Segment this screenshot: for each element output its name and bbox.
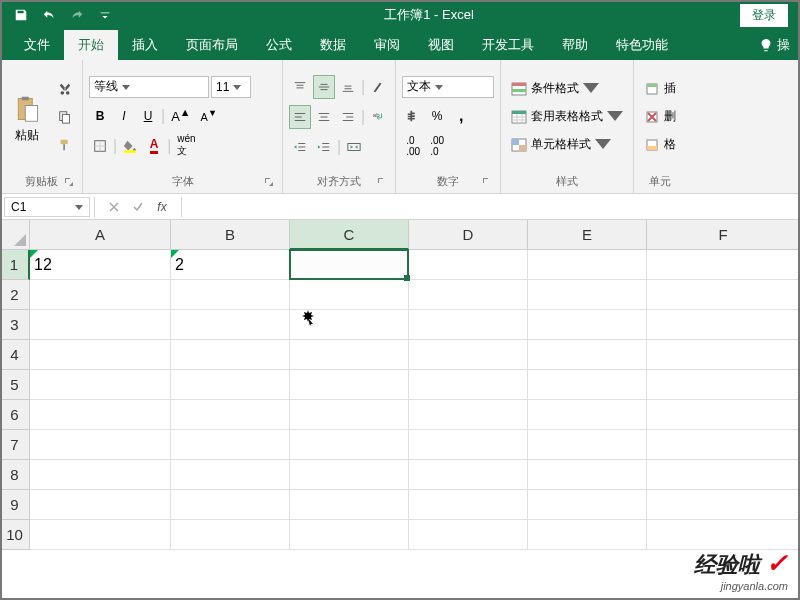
formula-cancel-button[interactable] bbox=[103, 196, 125, 218]
percent-button[interactable]: % bbox=[426, 104, 448, 128]
cell-D5[interactable] bbox=[409, 370, 528, 400]
row-header-2[interactable]: 2 bbox=[0, 280, 30, 310]
cell-E2[interactable] bbox=[528, 280, 647, 310]
cell-F6[interactable] bbox=[647, 400, 800, 430]
cell-F5[interactable] bbox=[647, 370, 800, 400]
tab-developer[interactable]: 开发工具 bbox=[468, 30, 548, 60]
cell-E9[interactable] bbox=[528, 490, 647, 520]
cell-C10[interactable] bbox=[290, 520, 409, 550]
row-header-3[interactable]: 3 bbox=[0, 310, 30, 340]
currency-button[interactable] bbox=[402, 104, 424, 128]
cell-D1[interactable] bbox=[409, 250, 528, 280]
row-header-4[interactable]: 4 bbox=[0, 340, 30, 370]
cell-E1[interactable] bbox=[528, 250, 647, 280]
tab-help[interactable]: 帮助 bbox=[548, 30, 602, 60]
bold-button[interactable]: B bbox=[89, 104, 111, 128]
row-header-1[interactable]: 1 bbox=[0, 250, 30, 280]
cell-C3[interactable] bbox=[290, 310, 409, 340]
col-header-D[interactable]: D bbox=[409, 220, 528, 250]
cell-F3[interactable] bbox=[647, 310, 800, 340]
cell-D4[interactable] bbox=[409, 340, 528, 370]
decrease-indent-button[interactable] bbox=[289, 135, 311, 159]
decrease-font-button[interactable]: A▼ bbox=[197, 104, 221, 128]
cell-E7[interactable] bbox=[528, 430, 647, 460]
col-header-E[interactable]: E bbox=[528, 220, 647, 250]
tab-data[interactable]: 数据 bbox=[306, 30, 360, 60]
cell-A6[interactable] bbox=[30, 400, 171, 430]
cell-C4[interactable] bbox=[290, 340, 409, 370]
cell-C6[interactable] bbox=[290, 400, 409, 430]
increase-indent-button[interactable] bbox=[313, 135, 335, 159]
cut-button[interactable] bbox=[54, 77, 76, 101]
tab-file[interactable]: 文件 bbox=[10, 30, 64, 60]
cell-A3[interactable] bbox=[30, 310, 171, 340]
underline-button[interactable]: U bbox=[137, 104, 159, 128]
col-header-F[interactable]: F bbox=[647, 220, 800, 250]
cell-D8[interactable] bbox=[409, 460, 528, 490]
comma-button[interactable]: , bbox=[450, 104, 472, 128]
cell-A1[interactable]: 12 bbox=[30, 250, 171, 280]
increase-decimal-button[interactable]: .0.00 bbox=[402, 134, 424, 158]
tab-review[interactable]: 审阅 bbox=[360, 30, 414, 60]
cell-F10[interactable] bbox=[647, 520, 800, 550]
row-header-6[interactable]: 6 bbox=[0, 400, 30, 430]
clipboard-launcher[interactable] bbox=[64, 177, 76, 189]
merge-button[interactable] bbox=[343, 135, 365, 159]
cell-F7[interactable] bbox=[647, 430, 800, 460]
cell-A10[interactable] bbox=[30, 520, 171, 550]
cell-D9[interactable] bbox=[409, 490, 528, 520]
save-button[interactable] bbox=[8, 2, 34, 28]
font-name-combo[interactable]: 等线 bbox=[89, 76, 209, 98]
cell-C1[interactable] bbox=[290, 250, 409, 280]
cell-E8[interactable] bbox=[528, 460, 647, 490]
insert-function-button[interactable]: fx bbox=[151, 196, 173, 218]
align-bottom-button[interactable] bbox=[337, 75, 359, 99]
cell-D3[interactable] bbox=[409, 310, 528, 340]
borders-button[interactable] bbox=[89, 134, 111, 158]
align-middle-button[interactable] bbox=[313, 75, 335, 99]
undo-button[interactable] bbox=[36, 2, 62, 28]
select-all-button[interactable] bbox=[0, 220, 30, 250]
copy-button[interactable] bbox=[54, 105, 76, 129]
cell-B2[interactable] bbox=[171, 280, 290, 310]
row-header-10[interactable]: 10 bbox=[0, 520, 30, 550]
phonetic-button[interactable]: wén文 bbox=[173, 134, 199, 158]
align-launcher[interactable] bbox=[377, 177, 389, 189]
wrap-text-button[interactable]: ab bbox=[367, 105, 389, 129]
cell-A8[interactable] bbox=[30, 460, 171, 490]
italic-button[interactable]: I bbox=[113, 104, 135, 128]
increase-font-button[interactable]: A▲ bbox=[167, 104, 194, 128]
cell-B8[interactable] bbox=[171, 460, 290, 490]
tab-formulas[interactable]: 公式 bbox=[252, 30, 306, 60]
decrease-decimal-button[interactable]: .00.0 bbox=[426, 134, 448, 158]
cell-F9[interactable] bbox=[647, 490, 800, 520]
tell-me[interactable]: 操 bbox=[749, 30, 800, 60]
cell-A4[interactable] bbox=[30, 340, 171, 370]
cell-B6[interactable] bbox=[171, 400, 290, 430]
cell-A9[interactable] bbox=[30, 490, 171, 520]
tab-view[interactable]: 视图 bbox=[414, 30, 468, 60]
align-top-button[interactable] bbox=[289, 75, 311, 99]
tab-home[interactable]: 开始 bbox=[64, 30, 118, 60]
row-header-9[interactable]: 9 bbox=[0, 490, 30, 520]
cell-B4[interactable] bbox=[171, 340, 290, 370]
tab-special[interactable]: 特色功能 bbox=[602, 30, 682, 60]
cell-A5[interactable] bbox=[30, 370, 171, 400]
cell-D7[interactable] bbox=[409, 430, 528, 460]
col-header-C[interactable]: C bbox=[290, 220, 409, 250]
cell-E6[interactable] bbox=[528, 400, 647, 430]
name-box[interactable]: C1 bbox=[4, 197, 90, 217]
paste-button[interactable]: 粘贴 bbox=[6, 64, 48, 169]
cell-B10[interactable] bbox=[171, 520, 290, 550]
redo-button[interactable] bbox=[64, 2, 90, 28]
align-right-button[interactable] bbox=[337, 105, 359, 129]
format-cells-button[interactable]: 格 bbox=[640, 132, 680, 158]
cell-E5[interactable] bbox=[528, 370, 647, 400]
login-button[interactable]: 登录 bbox=[740, 4, 788, 27]
align-left-button[interactable] bbox=[289, 105, 311, 129]
insert-cells-button[interactable]: 插 bbox=[640, 76, 680, 102]
cell-B1[interactable]: 2 bbox=[171, 250, 290, 280]
cell-C5[interactable] bbox=[290, 370, 409, 400]
row-header-5[interactable]: 5 bbox=[0, 370, 30, 400]
cell-B5[interactable] bbox=[171, 370, 290, 400]
